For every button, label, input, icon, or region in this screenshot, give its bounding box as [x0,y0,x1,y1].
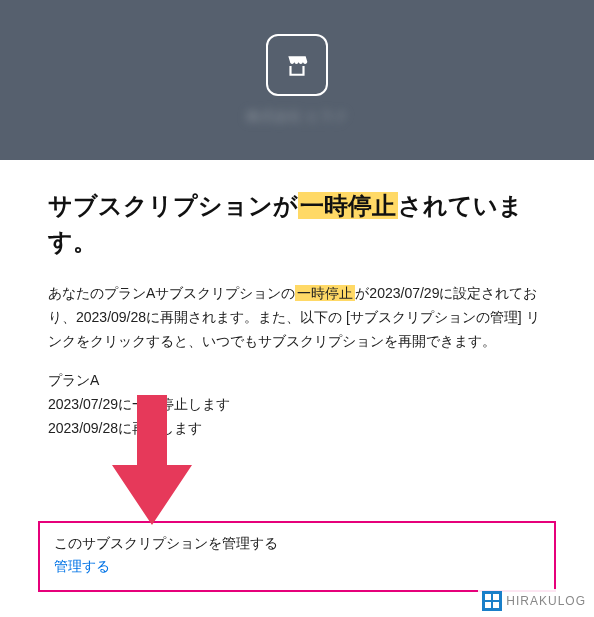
svg-rect-1 [493,594,499,600]
page-title: サブスクリプションが一時停止されています。 [48,188,546,260]
svg-rect-2 [485,602,491,608]
header-blurred-text: 株式会社 ヒラク [246,108,348,126]
header-banner: 株式会社 ヒラク [0,0,594,160]
title-prefix: サブスクリプションが [48,192,298,219]
desc-highlight: 一時停止 [295,285,355,301]
watermark: HIRAKULOG [478,589,590,613]
down-arrow-icon [112,395,192,525]
manage-section-title: このサブスクリプションを管理する [54,535,540,553]
store-icon [283,52,311,78]
desc-part1: あなたのプランAサブスクリプションの [48,285,295,301]
watermark-icon [482,591,502,611]
arrow-annotation [112,395,192,529]
watermark-text: HIRAKULOG [506,594,586,608]
svg-rect-0 [485,594,491,600]
description-text: あなたのプランAサブスクリプションの一時停止が2023/07/29に設定されてお… [48,282,546,353]
title-highlight: 一時停止 [298,192,398,219]
content-area: サブスクリプションが一時停止されています。 あなたのプランAサブスクリプションの… [0,160,594,521]
manage-link[interactable]: 管理する [54,558,110,574]
plan-name: プランA [48,369,546,393]
manage-subscription-box: このサブスクリプションを管理する 管理する [38,521,556,592]
svg-rect-3 [493,602,499,608]
store-icon-box [266,34,328,96]
